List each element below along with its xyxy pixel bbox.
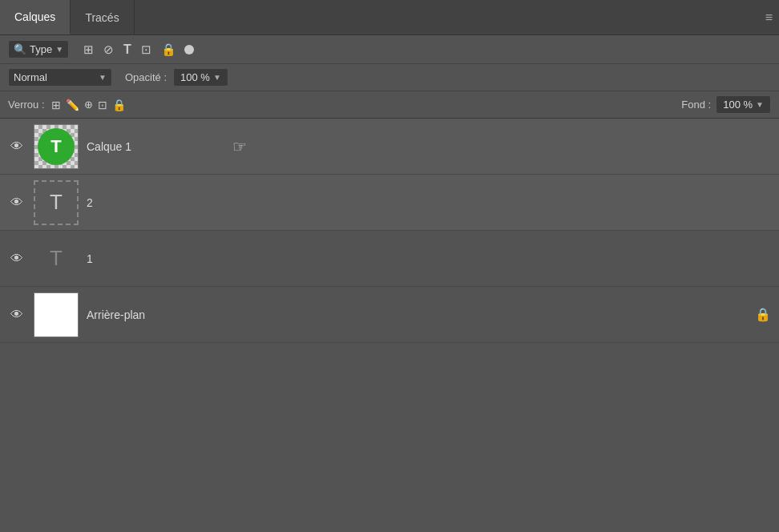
lock-artboard-icon[interactable]: ⊡ <box>98 99 107 111</box>
fill-input[interactable]: 100 % ▼ <box>716 95 771 114</box>
tab-traces[interactable]: Tracés <box>71 0 134 34</box>
layer-thumbnail: T <box>34 124 79 169</box>
filter-toolbar: 🔍 Type ▼ ⊞ ⊘ T ⊡ 🔒 <box>0 35 779 64</box>
layer-row[interactable]: 👁 T 2 <box>0 175 779 231</box>
layers-panel: Calques Tracés ≡ 🔍 Type ▼ ⊞ ⊘ T ⊡ 🔒 Norm… <box>0 0 779 532</box>
visibility-icon[interactable]: 👁 <box>8 139 26 154</box>
green-circle-thumb: T <box>38 128 75 165</box>
blend-mode-value: Normal <box>14 71 47 83</box>
opacity-dropdown-arrow: ▼ <box>213 73 221 82</box>
tab-calques[interactable]: Calques <box>0 0 71 34</box>
verrou-label: Verrou : <box>8 99 45 111</box>
lock-all-icon[interactable]: 🔒 <box>112 99 126 111</box>
visibility-icon[interactable]: 👁 <box>8 195 26 210</box>
visibility-icon[interactable]: 👁 <box>8 252 26 266</box>
dot-icon <box>184 45 194 54</box>
dropdown-arrow-icon: ▼ <box>55 45 63 54</box>
tab-calques-label: Calques <box>14 10 55 23</box>
toolbar-icons: ⊞ ⊘ T ⊡ 🔒 <box>82 41 194 58</box>
filter-label: Type <box>30 43 52 55</box>
lock-pixels-icon[interactable]: ⊞ <box>51 99 61 111</box>
layer-name: Calque 1 <box>87 140 771 153</box>
type-filter[interactable]: 🔍 Type ▼ <box>8 40 69 58</box>
text-layer-thumb: T <box>34 180 79 225</box>
layer-row[interactable]: 👁 Arrière-plan 🔒 <box>0 287 779 343</box>
white-bg-thumb <box>34 293 79 337</box>
layer-row[interactable]: 👁 T 1 <box>0 231 779 287</box>
image-kind-icon[interactable]: ⊞ <box>82 41 95 58</box>
type-kind-icon[interactable]: T <box>122 41 133 58</box>
tab-traces-label: Tracés <box>85 11 119 24</box>
fill-val: 100 % <box>723 99 753 111</box>
panel-menu-icon[interactable]: ≡ <box>765 10 773 25</box>
layer-name: 1 <box>87 252 771 265</box>
layers-list: 👁 T Calque 1 ☞ 👁 T 2 👁 <box>0 119 779 532</box>
layer-lock-icon: 🔒 <box>755 307 771 322</box>
lock-row: Verrou : ⊞ ✏️ ⊕ ⊡ 🔒 Fond : 100 % ▼ <box>0 91 779 119</box>
green-circle-text: T <box>50 136 61 157</box>
tab-bar: Calques Tracés ≡ <box>0 0 779 35</box>
text-plain-thumb: T <box>34 236 79 281</box>
layer-thumbnail: T <box>34 236 79 281</box>
blend-mode-select[interactable]: Normal ▼ <box>8 68 112 87</box>
opacity-val: 100 % <box>180 71 210 83</box>
layer-name: Arrière-plan <box>87 308 755 321</box>
opacity-input[interactable]: 100 % ▼ <box>173 68 228 87</box>
opacity-label: Opacité : <box>125 71 167 83</box>
visibility-icon[interactable]: 👁 <box>8 308 26 322</box>
search-icon: 🔍 <box>14 43 26 55</box>
adjustment-icon[interactable]: ⊘ <box>102 41 115 58</box>
fill-label: Fond : <box>681 99 711 111</box>
layer-name: 2 <box>87 196 771 209</box>
layer-thumbnail <box>34 292 79 337</box>
lock-paint-icon[interactable]: ✏️ <box>66 99 79 111</box>
blend-dropdown-arrow: ▼ <box>99 73 107 82</box>
lock-icons: ⊞ ✏️ ⊕ ⊡ 🔒 <box>51 99 126 111</box>
blend-opacity-row: Normal ▼ Opacité : 100 % ▼ <box>0 64 779 91</box>
fill-section: Fond : 100 % ▼ <box>681 95 771 114</box>
smart-object-icon[interactable]: 🔒 <box>159 41 178 58</box>
shape-kind-icon[interactable]: ⊡ <box>139 41 153 58</box>
lock-move-icon[interactable]: ⊕ <box>84 99 93 111</box>
layer-row[interactable]: 👁 T Calque 1 ☞ <box>0 119 779 175</box>
layer-thumbnail: T <box>34 180 79 225</box>
fill-dropdown-arrow: ▼ <box>756 100 764 109</box>
